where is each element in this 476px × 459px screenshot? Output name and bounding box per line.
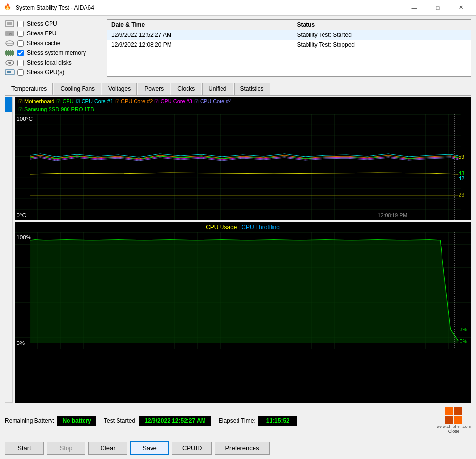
log-row: 12/9/2022 12:52:27 AMStability Test: Sta… [107, 30, 471, 40]
scroll-sidebar[interactable] [5, 97, 13, 403]
tab-statistics[interactable]: Statistics [234, 83, 270, 95]
legend-cpu-core1-check: ☑ [76, 99, 80, 104]
svg-rect-12 [8, 54, 9, 56]
window-title: System Stability Test - AIDA64 [16, 4, 403, 11]
start-button[interactable]: Start [5, 442, 44, 455]
maximize-button[interactable]: □ [426, 0, 449, 16]
log-status: Stability Test: Stopped [293, 40, 471, 49]
elapsed-value: 11:15:52 [258, 416, 297, 426]
title-bar: 🔥 System Stability Test - AIDA64 — □ ✕ [0, 0, 476, 16]
legend-cpu-core4-check: ☑ [194, 99, 199, 104]
fpu-icon: 123 [5, 30, 15, 37]
cpu-usage-label: CPU Usage [206, 224, 237, 230]
tab-temperatures[interactable]: Temperatures [5, 83, 53, 95]
legend-cpu-label: CPU [62, 98, 73, 104]
temp-chart-svg: 100°C 0°C [15, 114, 471, 220]
legend-cpu-core1[interactable]: ☑ CPU Core #1 [76, 98, 113, 104]
svg-rect-19 [15, 114, 461, 220]
main-window: Stress CPU 123 Stress FPU Stress cache [0, 16, 476, 459]
chiphell-logo: www.chiphell.com Close [436, 407, 471, 434]
legend-cpu-core2-check: ☑ [115, 99, 119, 104]
stress-cache-label[interactable]: Stress cache [27, 40, 60, 47]
legend-cpu-core1-label: CPU Core #1 [82, 98, 113, 104]
svg-rect-1 [7, 22, 12, 25]
stress-option-disks: Stress local disks [5, 58, 102, 67]
minimize-button[interactable]: — [403, 0, 425, 16]
legend-cpu-core2[interactable]: ☑ CPU Core #2 [115, 98, 153, 104]
legend-cpu-core3[interactable]: ☑ CPU Core #3 [154, 98, 192, 104]
svg-rect-14 [12, 54, 13, 56]
bottom-buttons: Start Stop Clear Save CPUID Preferences [0, 437, 476, 459]
svg-rect-13 [10, 54, 11, 56]
close-button[interactable]: ✕ [450, 0, 472, 16]
svg-rect-11 [6, 54, 7, 56]
svg-text:42: 42 [459, 176, 464, 181]
stress-fpu-label[interactable]: Stress FPU [27, 30, 56, 37]
log-datetime: 12/9/2022 12:52:27 AM [107, 30, 293, 40]
stress-memory-label[interactable]: Stress system memory [27, 49, 86, 56]
tabs-container: TemperaturesCooling FansVoltagesPowersCl… [0, 81, 476, 96]
svg-text:0%: 0% [17, 340, 25, 346]
cpu-chart-svg: 100% 0% 3% 0% [15, 232, 471, 349]
cache-icon [5, 40, 15, 47]
stress-cpu-checkbox[interactable] [17, 21, 24, 27]
legend-motherboard-label: Motherboard [24, 98, 54, 104]
chiphell-close: Close [448, 429, 459, 434]
stress-gpu-label[interactable]: Stress GPU(s) [27, 69, 64, 76]
svg-rect-6 [5, 51, 14, 55]
log-table: Date & Time Status 12/9/2022 12:52:27 AM… [107, 20, 471, 49]
battery-status: Remaining Battery: No battery [5, 416, 96, 426]
legend-samsung-ssd[interactable]: ☑ Samsung SSD 980 PRO 1TB [18, 106, 94, 112]
tab-unified[interactable]: Unified [202, 83, 233, 95]
legend-motherboard[interactable]: ☑ Motherboard [18, 98, 54, 104]
legend-cpu-core3-check: ☑ [154, 99, 159, 104]
battery-value: No battery [57, 416, 96, 426]
memory-icon [5, 49, 15, 56]
stress-cache-checkbox[interactable] [17, 40, 24, 47]
svg-rect-9 [10, 50, 11, 51]
test-started-label: Test Started: [104, 417, 136, 424]
test-started-value: 12/9/2022 12:52:27 AM [139, 416, 210, 426]
tab-voltages[interactable]: Voltages [102, 83, 137, 95]
log-datetime: 12/9/2022 12:08:20 PM [107, 40, 293, 49]
stress-disks-checkbox[interactable] [17, 60, 24, 66]
tab-cooling_fans[interactable]: Cooling Fans [54, 83, 101, 95]
log-col-status: Status [293, 20, 471, 30]
legend-cpu-check: ☑ [56, 99, 61, 104]
stress-option-memory: Stress system memory [5, 49, 102, 57]
stress-option-cpu: Stress CPU [5, 19, 102, 28]
stress-cpu-label[interactable]: Stress CPU [27, 20, 57, 27]
save-button[interactable]: Save [130, 441, 169, 455]
legend-ssd-check: ☑ [18, 107, 23, 112]
stress-option-fpu: 123 Stress FPU [5, 29, 102, 38]
legend-cpu-core4-label: CPU Core #4 [200, 98, 232, 104]
legend-cpu[interactable]: ☑ CPU [56, 98, 73, 104]
svg-rect-7 [6, 50, 7, 51]
elapsed-label: Elapsed Time: [219, 417, 255, 424]
charts-area: ☑ Motherboard ☑ CPU ☑ CPU Core #1 ☑ CPU … [0, 96, 476, 404]
cpu-throttling-label: CPU Throttling [241, 224, 279, 230]
temp-legend: ☑ Motherboard ☑ CPU ☑ CPU Core #1 ☑ CPU … [15, 97, 471, 106]
stress-memory-checkbox[interactable] [17, 50, 24, 56]
log-row: 12/9/2022 12:08:20 PMStability Test: Sto… [107, 40, 471, 49]
svg-rect-10 [12, 50, 13, 51]
preferences-button[interactable]: Preferences [215, 442, 269, 455]
svg-text:3%: 3% [460, 327, 467, 332]
legend-cpu-core4[interactable]: ☑ CPU Core #4 [194, 98, 232, 104]
tab-clocks[interactable]: Clocks [171, 83, 201, 95]
stop-button[interactable]: Stop [47, 442, 85, 455]
legend-motherboard-check: ☑ [18, 99, 23, 104]
cpu-chart-title: CPU Usage | CPU Throttling [15, 222, 471, 232]
stress-gpu-checkbox[interactable] [17, 69, 24, 76]
status-bar: Remaining Battery: No battery Test Start… [0, 404, 476, 437]
svg-text:0%: 0% [460, 339, 467, 344]
svg-text:100°C: 100°C [17, 116, 33, 122]
cpu-usage-chart: CPU Usage | CPU Throttling 100% 0% [15, 222, 471, 403]
stress-fpu-checkbox[interactable] [17, 31, 24, 37]
svg-text:100%: 100% [17, 234, 31, 240]
cpuid-button[interactable]: CPUID [172, 442, 212, 455]
clear-button[interactable]: Clear [88, 442, 127, 455]
charts-wrapper: ☑ Motherboard ☑ CPU ☑ CPU Core #1 ☑ CPU … [15, 97, 471, 403]
stress-disks-label[interactable]: Stress local disks [27, 59, 72, 66]
tab-powers[interactable]: Powers [138, 83, 170, 95]
